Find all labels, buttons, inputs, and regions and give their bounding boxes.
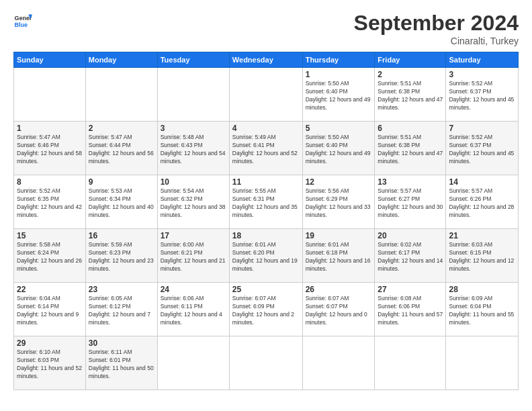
- svg-text:Blue: Blue: [14, 21, 28, 28]
- week-row: 1 Sunrise: 5:50 AMSunset: 6:40 PMDayligh…: [14, 68, 519, 122]
- col-monday: Monday: [85, 52, 157, 68]
- day-number: 26: [306, 285, 372, 294]
- day-number: 25: [232, 285, 300, 294]
- day-info: Sunrise: 5:51 AMSunset: 6:38 PMDaylight:…: [378, 134, 443, 166]
- day-info: Sunrise: 5:51 AMSunset: 6:38 PMDaylight:…: [378, 80, 443, 112]
- day-info: Sunrise: 6:05 AMSunset: 6:12 PMDaylight:…: [89, 295, 154, 327]
- table-row: 19 Sunrise: 6:01 AMSunset: 6:18 PMDaylig…: [302, 229, 375, 283]
- table-row: 22 Sunrise: 6:04 AMSunset: 6:14 PMDaylig…: [14, 283, 86, 336]
- header: General Blue September 2024 Cinaralti, T…: [13, 11, 519, 46]
- day-info: Sunrise: 5:52 AMSunset: 6:37 PMDaylight:…: [449, 80, 515, 112]
- table-row: 18 Sunrise: 6:01 AMSunset: 6:20 PMDaylig…: [229, 229, 302, 283]
- table-row: 5 Sunrise: 5:50 AMSunset: 6:40 PMDayligh…: [302, 122, 375, 175]
- day-info: Sunrise: 6:04 AMSunset: 6:14 PMDaylight:…: [17, 295, 83, 327]
- day-number: 7: [449, 124, 515, 133]
- table-row: [229, 336, 302, 390]
- week-row: 15 Sunrise: 5:58 AMSunset: 6:24 PMDaylig…: [14, 229, 519, 283]
- day-number: 24: [161, 285, 226, 294]
- day-info: Sunrise: 5:49 AMSunset: 6:41 PMDaylight:…: [232, 134, 300, 166]
- day-info: Sunrise: 6:08 AMSunset: 6:06 PMDaylight:…: [378, 295, 443, 327]
- col-friday: Friday: [375, 52, 446, 68]
- day-number: 3: [161, 124, 226, 133]
- table-row: 25 Sunrise: 6:07 AMSunset: 6:09 PMDaylig…: [229, 283, 302, 336]
- day-info: Sunrise: 5:47 AMSunset: 6:46 PMDaylight:…: [17, 134, 83, 166]
- table-row: 14 Sunrise: 5:57 AMSunset: 6:26 PMDaylig…: [446, 175, 519, 229]
- table-row: 12 Sunrise: 5:56 AMSunset: 6:29 PMDaylig…: [302, 175, 375, 229]
- day-info: Sunrise: 5:52 AMSunset: 6:35 PMDaylight:…: [17, 187, 83, 220]
- table-row: 7 Sunrise: 5:52 AMSunset: 6:37 PMDayligh…: [446, 122, 519, 175]
- day-number: 16: [89, 231, 154, 240]
- table-row: [375, 336, 446, 390]
- table-row: [446, 336, 519, 390]
- header-row: Sunday Monday Tuesday Wednesday Thursday…: [14, 52, 519, 68]
- day-number: 10: [161, 177, 226, 187]
- day-number: 22: [17, 285, 83, 294]
- table-row: 27 Sunrise: 6:08 AMSunset: 6:06 PMDaylig…: [375, 283, 446, 336]
- week-row: 22 Sunrise: 6:04 AMSunset: 6:14 PMDaylig…: [14, 283, 519, 336]
- day-info: Sunrise: 6:03 AMSunset: 6:15 PMDaylight:…: [449, 241, 515, 273]
- day-info: Sunrise: 5:55 AMSunset: 6:31 PMDaylight:…: [232, 187, 300, 220]
- day-info: Sunrise: 5:53 AMSunset: 6:34 PMDaylight:…: [89, 187, 154, 220]
- table-row: 4 Sunrise: 5:49 AMSunset: 6:41 PMDayligh…: [229, 122, 302, 175]
- day-number: 29: [17, 338, 83, 348]
- table-row: 17 Sunrise: 6:00 AMSunset: 6:21 PMDaylig…: [157, 229, 229, 283]
- table-row: [157, 68, 229, 122]
- day-info: Sunrise: 5:54 AMSunset: 6:32 PMDaylight:…: [161, 187, 226, 220]
- table-row: 29 Sunrise: 6:10 AMSunset: 6:03 PMDaylig…: [14, 336, 86, 390]
- day-info: Sunrise: 5:47 AMSunset: 6:44 PMDaylight:…: [89, 134, 154, 166]
- day-number: 12: [306, 177, 372, 187]
- day-number: 11: [232, 177, 300, 187]
- day-info: Sunrise: 6:10 AMSunset: 6:03 PMDaylight:…: [17, 349, 83, 381]
- day-info: Sunrise: 6:01 AMSunset: 6:18 PMDaylight:…: [306, 241, 372, 273]
- day-info: Sunrise: 5:57 AMSunset: 6:27 PMDaylight:…: [378, 187, 443, 220]
- table-row: 3 Sunrise: 5:52 AMSunset: 6:37 PMDayligh…: [446, 68, 519, 122]
- day-info: Sunrise: 5:52 AMSunset: 6:37 PMDaylight:…: [449, 134, 515, 166]
- day-number: 18: [232, 231, 300, 240]
- day-number: 9: [89, 177, 154, 187]
- day-info: Sunrise: 6:07 AMSunset: 6:09 PMDaylight:…: [232, 295, 300, 327]
- day-info: Sunrise: 6:01 AMSunset: 6:20 PMDaylight:…: [232, 241, 300, 273]
- day-number: 21: [449, 231, 515, 240]
- day-number: 15: [17, 231, 83, 240]
- day-number: 8: [17, 177, 83, 187]
- logo-icon: General Blue: [13, 11, 32, 30]
- month-title: September 2024: [354, 11, 519, 36]
- table-row: 20 Sunrise: 6:02 AMSunset: 6:17 PMDaylig…: [375, 229, 446, 283]
- table-row: 28 Sunrise: 6:09 AMSunset: 6:04 PMDaylig…: [446, 283, 519, 336]
- table-row: [302, 336, 375, 390]
- day-info: Sunrise: 5:50 AMSunset: 6:40 PMDaylight:…: [306, 134, 372, 166]
- table-row: [14, 68, 86, 122]
- day-info: Sunrise: 5:56 AMSunset: 6:29 PMDaylight:…: [306, 187, 372, 220]
- day-info: Sunrise: 6:09 AMSunset: 6:04 PMDaylight:…: [449, 295, 515, 327]
- table-row: 2 Sunrise: 5:51 AMSunset: 6:38 PMDayligh…: [375, 68, 446, 122]
- table-row: 15 Sunrise: 5:58 AMSunset: 6:24 PMDaylig…: [14, 229, 86, 283]
- day-info: Sunrise: 5:48 AMSunset: 6:43 PMDaylight:…: [161, 134, 226, 166]
- calendar-page: General Blue September 2024 Cinaralti, T…: [0, 0, 532, 411]
- day-info: Sunrise: 6:07 AMSunset: 6:07 PMDaylight:…: [306, 295, 372, 327]
- col-tuesday: Tuesday: [157, 52, 229, 68]
- logo: General Blue: [13, 11, 32, 30]
- day-info: Sunrise: 5:50 AMSunset: 6:40 PMDaylight:…: [306, 80, 372, 112]
- table-row: 9 Sunrise: 5:53 AMSunset: 6:34 PMDayligh…: [85, 175, 157, 229]
- day-number: 28: [449, 285, 515, 294]
- table-row: 6 Sunrise: 5:51 AMSunset: 6:38 PMDayligh…: [375, 122, 446, 175]
- location: Cinaralti, Turkey: [354, 36, 519, 46]
- table-row: 30 Sunrise: 6:11 AMSunset: 6:01 PMDaylig…: [85, 336, 157, 390]
- day-number: 2: [378, 70, 443, 79]
- day-number: 20: [378, 231, 443, 240]
- table-row: 24 Sunrise: 6:06 AMSunset: 6:11 PMDaylig…: [157, 283, 229, 336]
- table-row: [157, 336, 229, 390]
- day-number: 23: [89, 285, 154, 294]
- day-number: 17: [161, 231, 226, 240]
- col-wednesday: Wednesday: [229, 52, 302, 68]
- table-row: 13 Sunrise: 5:57 AMSunset: 6:27 PMDaylig…: [375, 175, 446, 229]
- week-row: 1 Sunrise: 5:47 AMSunset: 6:46 PMDayligh…: [14, 122, 519, 175]
- day-info: Sunrise: 5:59 AMSunset: 6:23 PMDaylight:…: [89, 241, 154, 273]
- day-number: 27: [378, 285, 443, 294]
- col-sunday: Sunday: [14, 52, 86, 68]
- week-row: 8 Sunrise: 5:52 AMSunset: 6:35 PMDayligh…: [14, 175, 519, 229]
- day-info: Sunrise: 5:58 AMSunset: 6:24 PMDaylight:…: [17, 241, 83, 273]
- col-saturday: Saturday: [446, 52, 519, 68]
- calendar-table: Sunday Monday Tuesday Wednesday Thursday…: [13, 52, 519, 390]
- table-row: 21 Sunrise: 6:03 AMSunset: 6:15 PMDaylig…: [446, 229, 519, 283]
